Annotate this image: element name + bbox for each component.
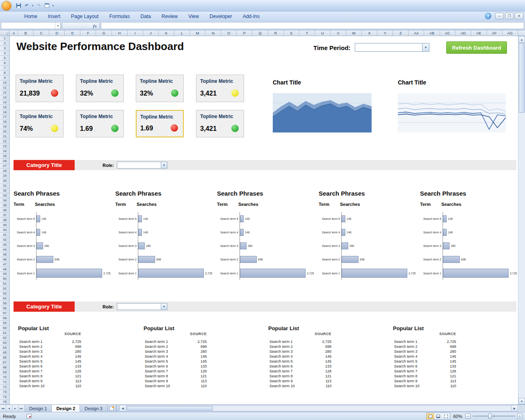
row-header[interactable]: 61 [0, 331, 9, 336]
topline-metric-card[interactable]: Topline Metric74% [16, 110, 64, 137]
row-header[interactable]: 57 [0, 311, 9, 316]
row-header[interactable]: 43 [0, 242, 9, 247]
row-header[interactable]: 16 [0, 110, 9, 115]
record-macro-button[interactable] [27, 414, 32, 418]
column-header[interactable]: H [112, 30, 128, 36]
row-header[interactable]: 25 [0, 154, 9, 159]
row-header[interactable]: 73 [0, 390, 9, 395]
row-header[interactable]: 37 [0, 213, 9, 218]
column-header[interactable]: Q [252, 30, 268, 36]
column-header[interactable]: L [174, 30, 190, 36]
scroll-down-button[interactable]: ▼ [518, 398, 525, 404]
column-header[interactable]: W [346, 30, 362, 36]
column-header[interactable]: A [10, 30, 18, 36]
row-header[interactable]: 30 [0, 178, 9, 183]
search-term-bar[interactable] [138, 256, 155, 263]
row-header[interactable]: 4 [0, 51, 9, 56]
row-header[interactable]: 1 [0, 36, 9, 41]
row-header[interactable]: 68 [0, 365, 9, 370]
search-term-bar[interactable] [138, 215, 142, 222]
refresh-dashboard-button[interactable]: Refresh Dashboard [446, 41, 507, 54]
row-header[interactable]: 71 [0, 380, 9, 385]
horizontal-scrollbar[interactable]: ◀ ▶ [119, 405, 518, 411]
search-term-bar[interactable] [37, 269, 102, 278]
search-term-bar[interactable] [443, 229, 447, 236]
line-chart[interactable] [398, 93, 506, 132]
search-term-bar[interactable] [138, 229, 142, 236]
horizontal-scroll-thumb[interactable] [127, 406, 213, 411]
topline-metric-card[interactable]: Topline Metric1.69 [76, 110, 124, 137]
topline-metric-card[interactable]: Topline Metric21,839 [16, 75, 64, 102]
topline-metric-card[interactable]: Topline Metric1.69 [136, 110, 184, 137]
scroll-up-button[interactable]: ▲ [518, 36, 525, 43]
column-header[interactable]: E [65, 30, 80, 36]
row-header[interactable]: 63 [0, 340, 9, 345]
column-header[interactable]: I [128, 30, 143, 36]
sheet-tab-design-2[interactable]: Design 2 [52, 405, 80, 412]
topline-metric-card[interactable]: Topline Metric32% [76, 75, 124, 102]
topline-metric-card[interactable]: Topline Metric3,421 [196, 110, 244, 137]
row-header[interactable]: 58 [0, 316, 9, 321]
row-header[interactable]: 70 [0, 375, 9, 380]
row-header[interactable]: 59 [0, 321, 9, 326]
row-header[interactable]: 18 [0, 119, 9, 124]
row-header[interactable]: 47 [0, 262, 9, 267]
row-header[interactable]: 11 [0, 85, 9, 90]
row-header[interactable]: 23 [0, 144, 9, 149]
column-header[interactable]: J [143, 30, 159, 36]
normal-view-button[interactable] [427, 413, 434, 419]
row-header[interactable]: 46 [0, 257, 9, 262]
redo-button[interactable]: ↷ [35, 2, 43, 9]
topline-metric-card[interactable]: Topline Metric3,421 [196, 75, 244, 102]
page-break-view-button[interactable] [442, 413, 450, 419]
row-header[interactable]: 22 [0, 139, 9, 144]
row-header[interactable]: 42 [0, 237, 9, 242]
search-term-bar[interactable] [443, 215, 447, 222]
vertical-scrollbar[interactable]: ▲ ▼ [518, 36, 525, 404]
row-header[interactable]: 44 [0, 247, 9, 252]
vertical-scroll-track[interactable] [518, 113, 525, 398]
row-header[interactable]: 41 [0, 233, 9, 237]
dropdown-arrow-icon[interactable]: ▼ [161, 304, 167, 310]
zoom-slider-track[interactable] [472, 415, 515, 417]
row-header[interactable]: 26 [0, 159, 9, 164]
ribbon-tab-developer[interactable]: Developer [204, 12, 237, 21]
row-header[interactable]: 5 [0, 56, 9, 61]
ribbon-tab-data[interactable]: Data [135, 12, 156, 21]
insert-worksheet-tab[interactable] [107, 405, 116, 412]
row-header[interactable]: 35 [0, 203, 9, 208]
row-header[interactable]: 52 [0, 286, 9, 291]
row-header[interactable]: 24 [0, 149, 9, 154]
row-header[interactable]: 74 [0, 395, 9, 399]
column-header[interactable]: P [237, 30, 252, 36]
column-header[interactable]: N [205, 30, 221, 36]
first-sheet-button[interactable]: ◂◂ [0, 405, 6, 412]
column-header[interactable]: M [190, 30, 205, 36]
row-header[interactable]: 21 [0, 134, 9, 139]
scroll-right-button[interactable]: ▶ [511, 406, 518, 411]
row-header[interactable]: 27 [0, 164, 9, 169]
row-header[interactable]: 48 [0, 267, 9, 272]
last-sheet-button[interactable]: ▸▸ [18, 405, 25, 412]
row-header[interactable]: 54 [0, 296, 9, 301]
name-box[interactable]: ▼ [1, 22, 61, 29]
role-dropdown[interactable]: ▼ [117, 162, 167, 169]
search-term-bar[interactable] [37, 256, 53, 263]
dropdown-arrow-icon[interactable]: ▼ [422, 43, 429, 51]
column-header[interactable]: G [96, 30, 112, 36]
search-term-bar[interactable] [37, 215, 40, 222]
role-dropdown[interactable]: ▼ [117, 303, 167, 310]
insert-function-button[interactable]: fx [93, 23, 97, 28]
ribbon-tab-review[interactable]: Review [156, 12, 183, 21]
row-header[interactable]: 39 [0, 223, 9, 228]
scroll-left-button[interactable]: ◀ [120, 406, 126, 411]
row-header[interactable]: 14 [0, 100, 9, 105]
row-header[interactable]: 12 [0, 90, 9, 95]
row-header[interactable]: 31 [0, 183, 9, 188]
row-header[interactable]: 69 [0, 370, 9, 375]
close-button[interactable]: ✕ [515, 13, 523, 19]
row-header[interactable]: 2 [0, 41, 9, 46]
search-term-bar[interactable] [342, 229, 345, 236]
help-button[interactable]: ? [485, 13, 491, 19]
minimize-button[interactable]: — [495, 13, 504, 19]
